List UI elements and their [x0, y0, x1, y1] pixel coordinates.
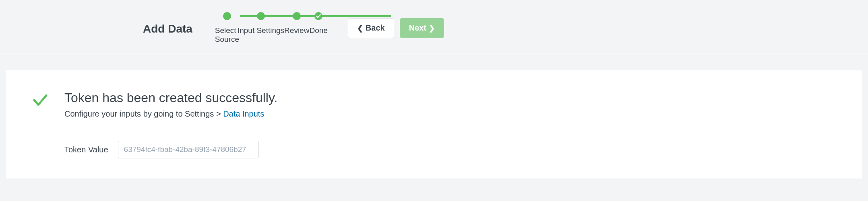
- data-inputs-link[interactable]: Data Inputs: [223, 109, 264, 118]
- subtext-prefix: Configure your inputs by going to Settin…: [64, 109, 223, 118]
- token-value-input[interactable]: [118, 141, 259, 158]
- progress-stepper: Select Source Input Settings Review Done: [217, 12, 328, 44]
- back-button[interactable]: ❮ Back: [348, 18, 394, 38]
- step-label: Review: [284, 26, 309, 35]
- wizard-header: Add Data Select Source Input Settings Re…: [0, 0, 868, 54]
- success-message: Token has been created successfully. Con…: [32, 90, 836, 119]
- stepper-connector: [298, 15, 348, 17]
- step-dot-complete: [293, 12, 301, 20]
- page-title: Add Data: [143, 23, 192, 35]
- step-label: Select Source: [215, 26, 239, 44]
- token-value-label: Token Value: [64, 145, 108, 154]
- token-value-row: Token Value: [64, 141, 836, 158]
- wizard-actions: ❮ Back Next ❯: [348, 18, 444, 38]
- chevron-right-icon: ❯: [429, 24, 435, 33]
- success-title: Token has been created successfully.: [64, 90, 277, 105]
- chevron-left-icon: ❮: [357, 24, 363, 33]
- step-dot-current: [314, 12, 322, 20]
- success-check-icon: [32, 92, 48, 108]
- back-button-label: Back: [366, 23, 385, 33]
- step-dot-complete: [257, 12, 265, 20]
- content-card: Token has been created successfully. Con…: [6, 70, 862, 178]
- stepper-connector: [240, 15, 298, 17]
- next-button-label: Next: [409, 23, 426, 33]
- step-dot-complete: [223, 12, 231, 20]
- stepper-connector: [348, 15, 391, 17]
- success-subtext: Configure your inputs by going to Settin…: [64, 109, 277, 119]
- next-button[interactable]: Next ❯: [400, 18, 444, 38]
- step-label: Input Settings: [238, 26, 284, 35]
- step-label: Done: [309, 26, 327, 35]
- step-select-source: Select Source: [217, 12, 238, 44]
- checkmark-icon: [316, 13, 321, 19]
